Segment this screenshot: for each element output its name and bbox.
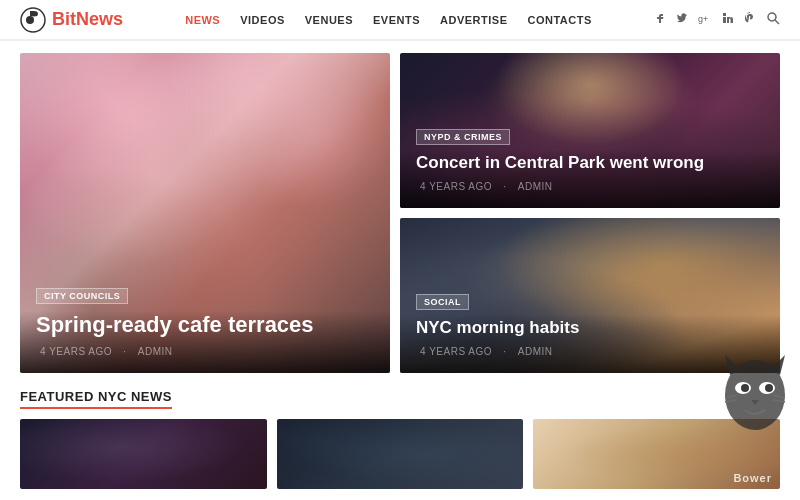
header: BitNews NEWS VIDEOS VENUES EVENTS ADVERT…	[0, 0, 800, 40]
pinterest-icon[interactable]	[744, 12, 756, 27]
nyc-author: ADMIN	[518, 346, 553, 357]
svg-rect-3	[723, 13, 726, 16]
svg-point-1	[26, 16, 34, 24]
featured-card-1-overlay	[20, 419, 267, 489]
social-links: g+	[654, 11, 780, 28]
spring-author: ADMIN	[138, 346, 173, 357]
mascot-watermark	[715, 350, 795, 440]
featured-title: Featured NYC News	[20, 389, 172, 409]
logo[interactable]: BitNews	[20, 7, 123, 33]
hero-grid: CITY COUNCILS Spring-ready cafe terraces…	[20, 53, 780, 373]
googleplus-icon[interactable]: g+	[698, 12, 712, 27]
spring-card-overlay: CITY COUNCILS Spring-ready cafe terraces…	[20, 269, 390, 373]
concert-card-tag: NYPD & CRIMES	[416, 129, 510, 145]
logo-text: BitNews	[52, 9, 123, 30]
svg-rect-4	[723, 17, 726, 23]
hero-right-column: NYPD & CRIMES Concert in Central Park we…	[400, 53, 780, 373]
bowery-text: Bower	[733, 472, 772, 484]
hero-card-concert[interactable]: NYPD & CRIMES Concert in Central Park we…	[400, 53, 780, 208]
featured-card-2-overlay	[277, 419, 524, 489]
spring-time-ago: 4 YEARS AGO	[40, 346, 112, 357]
featured-grid: Bower	[20, 419, 780, 489]
concert-author: ADMIN	[518, 181, 553, 192]
concert-card-meta: 4 YEARS AGO · ADMIN	[416, 181, 764, 192]
svg-text:g+: g+	[698, 14, 708, 24]
nav-videos[interactable]: VIDEOS	[240, 14, 285, 26]
featured-card-2[interactable]	[277, 419, 524, 489]
linkedin-icon[interactable]	[722, 12, 734, 27]
main-content: CITY COUNCILS Spring-ready cafe terraces…	[0, 41, 800, 500]
nyc-card-meta: 4 YEARS AGO · ADMIN	[416, 346, 764, 357]
nav-news[interactable]: NEWS	[185, 14, 220, 26]
concert-card-title: Concert in Central Park went wrong	[416, 153, 764, 173]
featured-section: Featured NYC News Bower	[20, 387, 780, 489]
main-nav: NEWS VIDEOS VENUES EVENTS ADVERTISE CONT…	[185, 14, 592, 26]
spring-card-tag: CITY COUNCILS	[36, 288, 128, 304]
twitter-icon[interactable]	[676, 12, 688, 27]
hero-card-spring[interactable]: CITY COUNCILS Spring-ready cafe terraces…	[20, 53, 390, 373]
facebook-icon[interactable]	[654, 12, 666, 27]
svg-line-6	[775, 20, 779, 24]
nav-events[interactable]: EVENTS	[373, 14, 420, 26]
svg-point-10	[741, 384, 749, 392]
svg-point-5	[768, 13, 776, 21]
concert-time-ago: 4 YEARS AGO	[420, 181, 492, 192]
spring-card-title: Spring-ready cafe terraces	[36, 312, 374, 338]
concert-card-overlay: NYPD & CRIMES Concert in Central Park we…	[400, 110, 780, 208]
search-icon[interactable]	[766, 11, 780, 28]
svg-point-11	[765, 384, 773, 392]
nyc-card-title: NYC morning habits	[416, 318, 764, 338]
nav-advertise[interactable]: ADVERTISE	[440, 14, 507, 26]
nav-venues[interactable]: VENUES	[305, 14, 353, 26]
nyc-time-ago: 4 YEARS AGO	[420, 346, 492, 357]
nav-contacts[interactable]: CONTACTS	[528, 14, 592, 26]
logo-icon	[20, 7, 46, 33]
featured-card-1[interactable]	[20, 419, 267, 489]
nyc-card-tag: SOCIAL	[416, 294, 469, 310]
spring-card-meta: 4 YEARS AGO · ADMIN	[36, 346, 374, 357]
